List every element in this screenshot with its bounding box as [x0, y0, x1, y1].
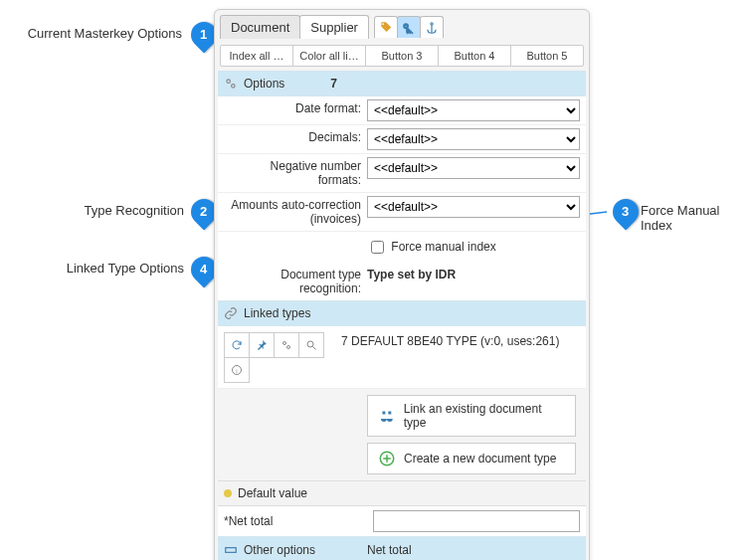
- sub-tab-color-all[interactable]: Color all li…: [293, 46, 366, 66]
- main-tab-bar: Document Supplier: [218, 13, 586, 39]
- sub-tab-button-3[interactable]: Button 3: [366, 46, 439, 66]
- amounts-select[interactable]: <<default>>: [367, 196, 580, 218]
- negative-label: Negative number formats:: [218, 154, 367, 192]
- svg-point-7: [287, 346, 290, 349]
- linked-types-title: Linked types: [244, 306, 310, 320]
- link-existing-button[interactable]: Link an existing document type: [367, 395, 576, 437]
- decimals-select[interactable]: <<default>>: [367, 128, 580, 150]
- svg-point-6: [283, 342, 286, 345]
- refresh-icon: [231, 338, 243, 352]
- sub-tab-index-all[interactable]: Index all …: [221, 46, 293, 66]
- info-button[interactable]: i: [224, 357, 250, 383]
- row-decimals: Decimals: <<default>>: [218, 125, 586, 154]
- row-date-format: Date format: <<default>>: [218, 96, 586, 125]
- row-amounts-autocorrect: Amounts auto-correction (invoices) <<def…: [218, 193, 586, 232]
- gears-button[interactable]: [274, 332, 299, 358]
- other-options-row: Other options Net total: [218, 536, 586, 560]
- callout-label: Linked Type Options: [67, 261, 184, 276]
- info-icon: i: [231, 363, 243, 377]
- date-format-select[interactable]: <<default>>: [367, 99, 580, 121]
- doc-type-label: Document type recognition:: [218, 263, 367, 300]
- date-format-label: Date format:: [218, 96, 367, 120]
- linked-types-header: Linked types: [218, 300, 586, 326]
- linked-type-description: 7 DEFAULT 8BE40 TYPE (v:0, uses:261): [335, 332, 580, 382]
- link-icon: [224, 306, 238, 320]
- key-icon-tab[interactable]: [397, 16, 421, 38]
- settings-panel: Document Supplier Index all … Color all …: [214, 9, 590, 560]
- callout-force-manual: Force Manual Index: [641, 203, 750, 233]
- create-new-label: Create a new document type: [404, 452, 556, 466]
- amounts-label: Amounts auto-correction (invoices): [218, 193, 367, 231]
- search-icon: [305, 338, 317, 352]
- force-manual-checkbox[interactable]: [371, 241, 384, 254]
- tab-document[interactable]: Document: [220, 15, 300, 39]
- bubble-3: 3: [608, 194, 645, 231]
- row-negative-numbers: Negative number formats: <<default>>: [218, 154, 586, 193]
- other-options-value: Net total: [367, 543, 412, 557]
- sub-tab-button-4[interactable]: Button 4: [439, 46, 511, 66]
- svg-rect-13: [226, 548, 237, 553]
- pin-button[interactable]: [249, 332, 275, 358]
- binoculars-icon: [378, 407, 396, 425]
- callout-linked-type: Linked Type Options: [55, 261, 184, 276]
- net-total-input[interactable]: [373, 510, 580, 532]
- negative-select[interactable]: <<default>>: [367, 157, 580, 179]
- callout-masterkey: Current Masterkey Options: [8, 26, 182, 41]
- sub-tab-button-5[interactable]: Button 5: [511, 46, 583, 66]
- tab-supplier[interactable]: Supplier: [299, 15, 369, 39]
- dot-icon: [224, 489, 232, 497]
- sub-tab-bar: Index all … Color all li… Button 3 Butto…: [220, 45, 584, 67]
- key-icon: [402, 21, 416, 35]
- svg-point-4: [227, 80, 231, 84]
- gears-icon: [281, 338, 292, 352]
- svg-line-9: [313, 347, 316, 350]
- row-doc-type-recognition: Document type recognition: Type set by I…: [218, 263, 586, 300]
- tag-icon: [379, 21, 393, 35]
- decimals-label: Decimals:: [218, 125, 367, 149]
- rect-icon: [224, 543, 238, 557]
- callout-label: Current Masterkey Options: [28, 26, 182, 41]
- doc-type-value: Type set by IDR: [367, 268, 456, 281]
- linked-types-body: i 7 DEFAULT 8BE40 TYPE (v:0, uses:261): [218, 326, 586, 389]
- force-manual-label: Force manual index: [391, 240, 495, 254]
- refresh-button[interactable]: [224, 332, 250, 358]
- net-total-label: *Net total: [224, 514, 373, 528]
- callout-label: Force Manual Index: [641, 203, 719, 233]
- anchor-icon: [425, 21, 439, 35]
- pin-icon: [256, 338, 268, 352]
- anchor-icon-tab[interactable]: [420, 16, 444, 38]
- svg-point-8: [307, 341, 313, 347]
- other-options-title: Other options: [244, 543, 315, 557]
- callout-type-recognition: Type Recognition: [55, 203, 184, 218]
- options-section-header: Options 7: [218, 71, 586, 96]
- link-existing-label: Link an existing document type: [404, 402, 565, 430]
- svg-text:i: i: [236, 368, 237, 374]
- row-force-manual: Force manual index: [218, 232, 586, 263]
- search-button[interactable]: [298, 332, 324, 358]
- gears-icon: [224, 77, 238, 91]
- options-count: 7: [330, 77, 337, 91]
- tag-icon-tab[interactable]: [374, 16, 398, 38]
- plus-circle-icon: [378, 450, 396, 467]
- linked-toolbox: i: [224, 332, 335, 382]
- row-net-total: *Net total: [218, 506, 586, 536]
- options-title: Options: [244, 77, 284, 91]
- callout-label: Type Recognition: [85, 203, 184, 218]
- default-value-title: Default value: [238, 486, 307, 500]
- create-new-button[interactable]: Create a new document type: [367, 443, 576, 474]
- default-value-header: Default value: [218, 480, 586, 506]
- svg-point-5: [232, 85, 236, 89]
